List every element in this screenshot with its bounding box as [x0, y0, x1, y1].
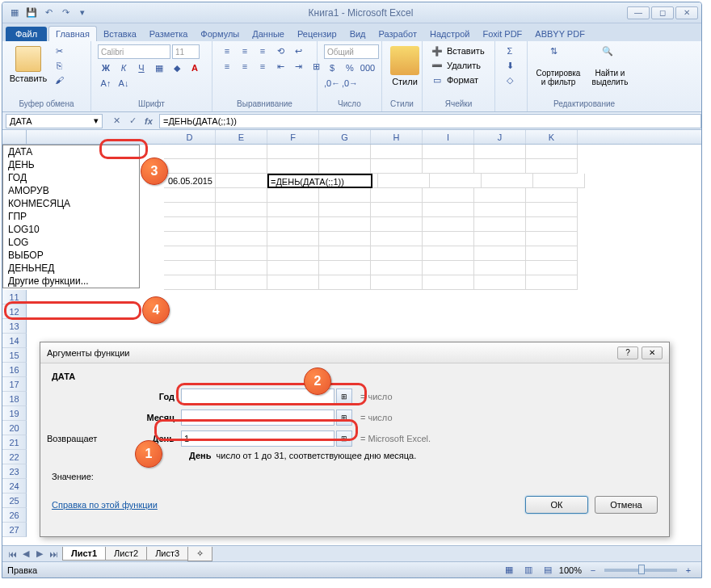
number-format-box[interactable]: Общий: [324, 44, 379, 59]
wrap-text-icon[interactable]: ↩: [290, 44, 306, 57]
delete-cell-icon[interactable]: ➖: [429, 59, 445, 72]
ok-button[interactable]: ОК: [525, 496, 588, 514]
border-icon[interactable]: ▦: [151, 61, 167, 74]
arg-day-input[interactable]: [181, 430, 334, 447]
format-cell-icon[interactable]: ▭: [429, 74, 445, 86]
paste-button[interactable]: Вставить: [9, 44, 48, 85]
dialog-help-link[interactable]: Справка по этой функции: [52, 500, 158, 510]
row-header[interactable]: 12: [2, 304, 27, 319]
row-header[interactable]: 23: [2, 464, 27, 479]
col-header[interactable]: I: [423, 130, 474, 144]
new-sheet-tab[interactable]: ✧: [187, 547, 212, 561]
tab-insert[interactable]: Вставка: [97, 27, 143, 41]
styles-button[interactable]: Стили: [389, 44, 421, 88]
col-header[interactable]: K: [526, 130, 578, 144]
func-item[interactable]: КОНМЕСЯЦА: [3, 197, 139, 210]
decrease-decimal-icon[interactable]: ,0→: [342, 77, 358, 90]
func-item[interactable]: ГПР: [3, 210, 139, 223]
row-header[interactable]: 25: [2, 494, 27, 508]
col-header[interactable]: F: [267, 130, 319, 144]
name-box-dropdown-icon[interactable]: ▾: [94, 116, 99, 126]
italic-icon[interactable]: К: [116, 61, 132, 74]
cancel-formula-icon[interactable]: ✕: [109, 115, 124, 128]
dialog-close-button[interactable]: ✕: [642, 346, 663, 359]
close-button[interactable]: ✕: [675, 6, 698, 19]
zoom-thumb[interactable]: [638, 565, 645, 574]
sort-filter-button[interactable]: ⇅ Сортировка и фильтр: [534, 44, 583, 88]
cut-icon[interactable]: ✂: [51, 44, 67, 57]
tab-review[interactable]: Рецензир: [291, 27, 343, 41]
comma-icon[interactable]: 000: [360, 61, 376, 74]
copy-icon[interactable]: ⎘: [51, 59, 67, 72]
tab-addins[interactable]: Надстрой: [423, 27, 476, 41]
cancel-button[interactable]: Отмена: [595, 496, 658, 514]
enter-formula-icon[interactable]: ✓: [125, 115, 140, 128]
excel-logo-icon[interactable]: ▦: [7, 6, 22, 20]
row-header[interactable]: 24: [2, 479, 27, 494]
increase-indent-icon[interactable]: ⇥: [290, 60, 306, 73]
tab-view[interactable]: Вид: [343, 27, 372, 41]
tab-formulas[interactable]: Формулы: [194, 27, 246, 41]
func-item[interactable]: ДЕНЬНЕД: [3, 262, 139, 275]
align-right-icon[interactable]: ≡: [255, 60, 271, 73]
view-normal-icon[interactable]: ▦: [501, 564, 517, 577]
func-item[interactable]: ДАТА: [3, 145, 139, 158]
undo-icon[interactable]: ↶: [41, 6, 56, 20]
func-item[interactable]: LOG: [3, 236, 139, 249]
active-cell-f3[interactable]: =ДЕНЬ(ДАТА(;;1)): [267, 174, 372, 188]
arg-month-picker-icon[interactable]: ⊞: [336, 410, 352, 426]
func-item[interactable]: АМОРУВ: [3, 184, 139, 197]
last-sheet-icon[interactable]: ⏭: [47, 548, 60, 561]
maximize-button[interactable]: ◻: [651, 6, 674, 19]
sheet-tab[interactable]: Лист3: [146, 547, 188, 561]
view-pagebreak-icon[interactable]: ▤: [540, 564, 556, 577]
func-item[interactable]: ГОД: [3, 171, 139, 184]
tab-home[interactable]: Главная: [48, 26, 97, 41]
clear-icon[interactable]: ◇: [502, 74, 518, 86]
tab-foxit[interactable]: Foxit PDF: [476, 27, 528, 41]
percent-icon[interactable]: %: [342, 61, 358, 74]
row-header[interactable]: 20: [2, 421, 27, 435]
func-item[interactable]: LOG10: [3, 223, 139, 236]
delete-cell-label[interactable]: Удалить: [447, 61, 481, 70]
select-all-corner[interactable]: [2, 130, 27, 144]
prev-sheet-icon[interactable]: ◀: [19, 548, 32, 561]
col-header[interactable]: G: [319, 130, 371, 144]
col-header[interactable]: E: [216, 130, 267, 144]
decrease-font-icon[interactable]: А↓: [116, 77, 132, 90]
find-select-button[interactable]: 🔍 Найти и выделить: [586, 44, 634, 88]
save-icon[interactable]: 💾: [24, 6, 39, 20]
align-left-icon[interactable]: ≡: [219, 60, 235, 73]
align-middle-icon[interactable]: ≡: [237, 44, 253, 57]
increase-decimal-icon[interactable]: ,0←: [324, 77, 340, 90]
func-other-item[interactable]: Другие функции...: [3, 275, 139, 288]
sheet-tab[interactable]: Лист1: [62, 547, 106, 561]
dialog-help-button[interactable]: ?: [617, 346, 638, 359]
col-header[interactable]: J: [474, 130, 526, 144]
format-cell-label[interactable]: Формат: [447, 75, 478, 85]
row-header[interactable]: 19: [2, 406, 27, 421]
row-header[interactable]: 21: [2, 435, 27, 450]
row-header[interactable]: 17: [2, 377, 27, 392]
arg-month-input[interactable]: [181, 410, 334, 426]
font-size-box[interactable]: 11: [172, 44, 200, 59]
bold-icon[interactable]: Ж: [98, 61, 114, 74]
fx-icon[interactable]: fx: [141, 115, 156, 128]
zoom-out-icon[interactable]: −: [585, 564, 601, 577]
row-header[interactable]: 18: [2, 392, 27, 406]
autosum-icon[interactable]: Σ: [502, 44, 518, 57]
redo-icon[interactable]: ↷: [58, 6, 73, 20]
col-header[interactable]: H: [371, 130, 423, 144]
name-box[interactable]: ДАТА ▾: [6, 114, 103, 128]
font-name-box[interactable]: Calibri: [98, 44, 170, 59]
align-bottom-icon[interactable]: ≡: [255, 44, 271, 57]
tab-developer[interactable]: Разработ: [372, 27, 423, 41]
align-center-icon[interactable]: ≡: [237, 60, 253, 73]
row-header[interactable]: 13: [2, 319, 27, 334]
tab-data[interactable]: Данные: [246, 27, 291, 41]
row-header[interactable]: 27: [2, 523, 27, 537]
decrease-indent-icon[interactable]: ⇤: [272, 60, 288, 73]
arg-day-picker-icon[interactable]: ⊞: [336, 430, 352, 447]
cell-d3[interactable]: 06.05.2015: [164, 174, 216, 188]
row-header[interactable]: 26: [2, 508, 27, 523]
